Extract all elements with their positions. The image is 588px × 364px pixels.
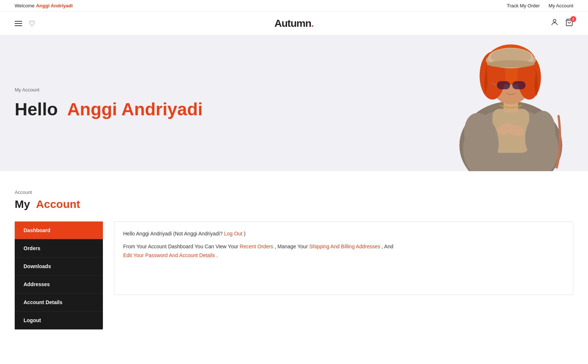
desc-prefix: From Your Account Dashboard You Can View… [123, 244, 238, 249]
my-account-link[interactable]: My Account [549, 3, 573, 8]
account-layout: Dashboard Orders Downloads Addresses Acc… [15, 221, 573, 329]
section-title-prefix: My [15, 198, 30, 210]
top-bar-nav: Track My Order My Account [507, 3, 573, 8]
dashboard-greeting: Hello Anggi Andriyadi (Not Anggi Andriya… [123, 231, 564, 237]
shipping-link[interactable]: Shipping And Billing Addresses [309, 244, 380, 249]
hero-greeting-name: Anggi Andriyadi [67, 100, 203, 119]
hero-breadcrumb: My Account [15, 87, 203, 93]
hero-greeting-prefix: Hello [15, 100, 58, 119]
sidebar-item-logout[interactable]: Logout [15, 311, 103, 329]
header-right: 2 [551, 18, 573, 28]
svg-rect-18 [497, 81, 510, 89]
sidebar-item-orders[interactable]: Orders [15, 239, 103, 257]
section-title-accent: Account [36, 198, 80, 210]
section-title: My Account [15, 198, 573, 210]
hamburger-icon[interactable] [15, 21, 22, 26]
site-header: ♡ Autumn. 2 [0, 12, 588, 35]
hero-image [434, 35, 588, 171]
desc-and: , And [381, 244, 393, 249]
dashboard-description: From Your Account Dashboard You Can View… [123, 242, 564, 260]
greeting-prefix: Hello Anggi Andriyadi (Not Anggi Andriya… [123, 231, 223, 237]
hero-title: Hello Anggi Andriyadi [15, 99, 203, 119]
fashion-svg [448, 35, 573, 171]
track-order-link[interactable]: Track My Order [507, 3, 540, 8]
logo-dot: . [311, 18, 313, 29]
svg-rect-19 [512, 81, 526, 89]
desc-end: . [216, 252, 218, 258]
top-bar: Welcome Anggi Andriyadi Track My Order M… [0, 0, 588, 12]
svg-point-17 [487, 60, 535, 68]
welcome-message: Welcome Anggi Andriyadi [15, 3, 73, 8]
sidebar-item-account-details[interactable]: Account Details [15, 293, 103, 311]
section-breadcrumb: Account [15, 190, 573, 195]
logout-link[interactable]: Log Out [224, 231, 243, 237]
site-logo[interactable]: Autumn. [275, 18, 314, 29]
sidebar-item-downloads[interactable]: Downloads [15, 257, 103, 275]
recent-orders-link[interactable]: Recent Orders [240, 244, 273, 249]
header-left: ♡ [15, 19, 35, 28]
welcome-username: Anggi Andriyadi [36, 3, 73, 8]
hero-text: My Account Hello Anggi Andriyadi [15, 87, 203, 119]
sidebar-item-dashboard[interactable]: Dashboard [15, 221, 103, 239]
edit-account-link[interactable]: Edit Your Password And Account Details [123, 252, 215, 258]
sidebar-item-addresses[interactable]: Addresses [15, 275, 103, 293]
logo-text: Autumn [275, 18, 311, 29]
dashboard-content: Hello Anggi Andriyadi (Not Anggi Andriya… [114, 221, 573, 295]
main-content: Account My Account Dashboard Orders Down… [0, 171, 588, 348]
svg-point-0 [553, 19, 556, 22]
greeting-suffix: ) [244, 231, 245, 237]
sidebar-nav: Dashboard Orders Downloads Addresses Acc… [15, 221, 103, 329]
hero-banner: My Account Hello Anggi Andriyadi [0, 35, 588, 171]
user-icon[interactable] [551, 18, 559, 28]
welcome-text: Welcome [15, 3, 35, 8]
wishlist-icon[interactable]: ♡ [29, 19, 35, 28]
cart-badge: 2 [570, 16, 576, 22]
cart-wrapper[interactable]: 2 [565, 18, 573, 28]
desc-mid: , Manage Your [275, 244, 308, 249]
